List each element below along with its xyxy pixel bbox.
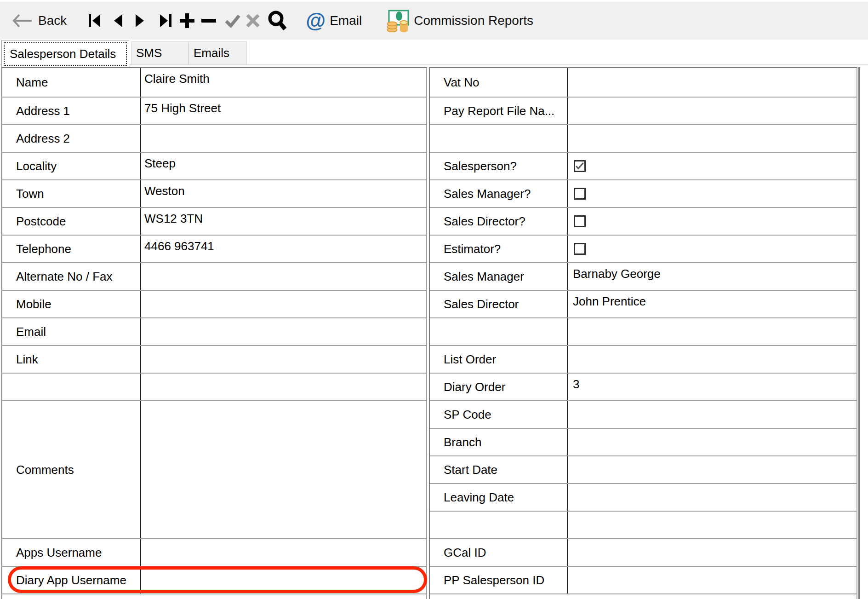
blank-value[interactable] [568,318,857,345]
leaving-date-label: Leaving Date [430,484,568,511]
diary-order-value[interactable]: 3 [568,374,857,400]
address-1-label: Address 1 [2,98,141,124]
email-label: Email [2,318,141,345]
salesperson-value[interactable] [568,153,857,179]
pay-report-file-na-value[interactable] [568,98,857,124]
commission-reports-button[interactable]: Commission Reports [387,9,533,32]
row-blank [430,125,857,153]
comments-label: Comments [2,401,141,538]
row-diary-app-username: Diary App Username [2,567,426,594]
row-pp-salesperson-id: PP Salesperson ID [430,567,857,594]
row-blank [430,318,857,346]
blank-label [430,125,568,152]
link-value[interactable] [141,346,426,373]
sales-director-value[interactable]: John Prentice [568,291,857,317]
search-button[interactable] [267,10,288,31]
blank-label [2,374,141,400]
row-sales-manager: Sales Manager? [430,180,857,208]
blank-value[interactable] [568,125,857,152]
row-sales-manager: Sales ManagerBarnaby George [430,263,857,291]
back-arrow-icon [11,13,33,29]
row-gcal-id: GCal ID [430,539,857,567]
branch-value[interactable] [568,429,857,455]
email-value[interactable] [141,318,426,345]
diary-app-username-value[interactable] [141,567,426,593]
row-branch: Branch [430,429,857,456]
row-sp-code: SP Code [430,401,857,429]
apps-username-value[interactable] [141,539,426,566]
town-value[interactable]: Weston [141,180,426,207]
alternate-no-fax-value[interactable] [141,263,426,290]
blank-label [430,512,568,538]
sp-code-value[interactable] [568,401,857,428]
name-label: Name [2,68,141,97]
start-date-value[interactable] [568,456,857,483]
list-order-label: List Order [430,346,568,373]
row-comments: Comments [2,401,426,539]
blank-value[interactable] [141,374,426,400]
row-leaving-date: Leaving Date [430,484,857,512]
sales-director-checkbox[interactable] [574,215,586,227]
cancel-button[interactable] [246,13,260,28]
row-blank [2,374,426,401]
locality-value[interactable]: Steep [141,153,426,179]
vat-no-value[interactable] [568,68,857,97]
gcal-id-value[interactable] [568,539,857,566]
tab-salesperson-details[interactable]: Salesperson Details [1,40,129,67]
tabstrip-baseline [0,64,868,65]
row-estimator: Estimator? [430,236,857,263]
back-label: Back [38,13,67,28]
link-label: Link [2,346,141,373]
previous-record-button[interactable] [113,14,123,28]
row-pay-report-file-na: Pay Report File Na... [430,98,857,125]
diary-order-label: Diary Order [430,374,568,400]
row-sales-director: Sales Director? [430,208,857,236]
apps-username-label: Apps Username [2,539,141,566]
row-diary-order: Diary Order3 [430,374,857,401]
estimator-checkbox[interactable] [574,243,586,255]
check-icon [575,161,584,171]
postcode-value[interactable]: WS12 3TN [141,208,426,235]
pp-salesperson-id-label: PP Salesperson ID [430,567,568,593]
sales-manager-checkbox[interactable] [574,188,586,200]
vat-no-label: Vat No [430,68,568,97]
row-locality: LocalitySteep [2,153,426,180]
last-record-button[interactable] [160,14,172,28]
email-button[interactable]: @ Email [306,11,362,31]
add-record-button[interactable] [179,12,195,29]
sales-director-label: Sales Director [430,291,568,317]
address-2-value[interactable] [141,125,426,152]
name-value[interactable]: Claire Smith [141,68,426,97]
comments-value[interactable] [141,401,426,538]
sales-manager-value[interactable]: Barnaby George [568,263,857,290]
postcode-label: Postcode [2,208,141,235]
salesperson-details-right-table: Vat NoPay Report File Na...Salesperson?S… [429,67,857,599]
delete-record-button[interactable] [201,18,216,23]
row-name: NameClaire Smith [2,68,426,98]
first-record-button[interactable] [88,14,101,28]
confirm-button[interactable] [225,14,240,28]
next-record-button[interactable] [135,14,145,28]
salesperson-checkbox[interactable] [574,160,586,172]
leaving-date-value[interactable] [568,484,857,511]
back-button[interactable]: Back [11,13,67,29]
row-list-order: List Order [430,346,857,374]
right-panel-edge [858,67,860,599]
tab-emails[interactable]: Emails [188,41,247,64]
sales-manager-value[interactable] [568,180,857,207]
pp-salesperson-id-value[interactable] [568,567,857,593]
list-order-value[interactable] [568,346,857,373]
mobile-value[interactable] [141,291,426,317]
tab-emails-label: Emails [194,46,229,60]
estimator-value[interactable] [568,236,857,262]
sp-code-label: SP Code [430,401,568,428]
sales-director-value[interactable] [568,208,857,235]
row-salesperson: Salesperson? [430,153,857,180]
blank-value[interactable] [568,512,857,538]
salesperson-details-left-table: NameClaire SmithAddress 175 High StreetA… [1,67,427,599]
mobile-label: Mobile [2,291,141,317]
sales-manager-label: Sales Manager [430,263,568,290]
address-1-value[interactable]: 75 High Street [141,98,426,124]
telephone-value[interactable]: 4466 963741 [141,236,426,262]
tab-sms[interactable]: SMS [131,41,188,64]
